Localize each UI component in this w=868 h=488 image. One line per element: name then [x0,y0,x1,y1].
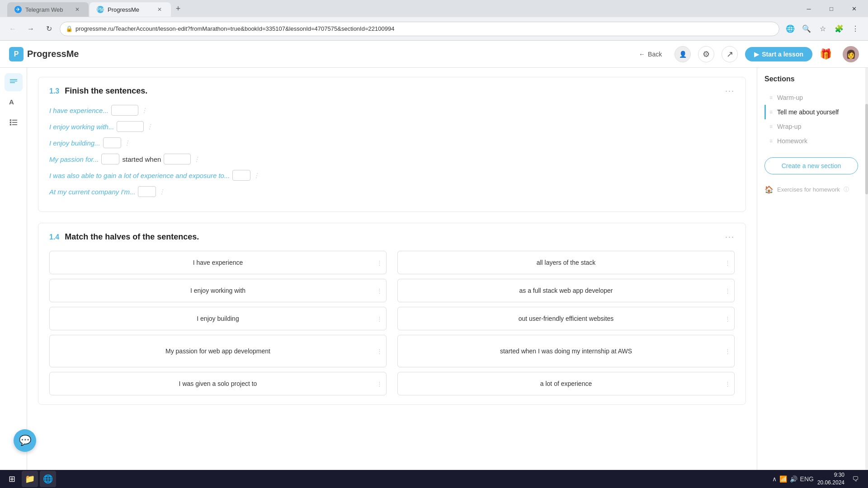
match-left-item-1[interactable]: I have experience ⋮ [49,251,387,274]
taskbar-wifi-icon[interactable]: 📶 [779,475,787,483]
section-item-wrapup[interactable]: ≡ Wrap-up [764,119,858,134]
gift-button[interactable]: 🎁 [820,48,832,60]
bookmark-icon[interactable]: ☆ [816,22,830,36]
fill-box-5[interactable] [232,170,250,181]
sentence-1-text: I have experience... [49,107,108,114]
title-bar: ✈ Telegram Web ✕ PM ProgressMe ✕ + ─ □ ✕ [0,0,868,17]
fill-box-4b[interactable] [164,154,191,164]
taskbar-notifications-button[interactable]: 🗨 [848,472,863,486]
windows-start-button[interactable]: ⊞ [4,471,20,487]
right-scrollbar[interactable] [865,68,868,470]
play-icon: ▶ [754,51,759,58]
taskbar-clock[interactable]: 9:30 20.06.2024 [817,471,844,487]
match-left-text-4: My passion for web app development [57,347,379,355]
tab-telegram-close[interactable]: ✕ [73,5,81,14]
drag-handle-2[interactable]: ⋮ [146,123,153,130]
taskbar-chevron-icon[interactable]: ∧ [772,475,777,483]
svg-rect-6 [9,122,11,123]
sidebar-list-icon[interactable] [5,113,23,131]
match-left-item-5[interactable]: I was given a solo project to ⋮ [49,372,387,395]
fill-box-4a[interactable] [101,154,119,164]
sentence-3: I enjoy building... ⋮ [49,137,735,148]
match-right-item-2[interactable]: as a full stack web app developer ⋮ [397,279,735,302]
right-sidebar: Sections ≡ Warm-up ≡ Tell me about yours… [757,68,865,470]
match-drag-1[interactable]: ⋮ [377,259,382,266]
menu-icon[interactable]: ⋮ [848,22,863,36]
match-right-drag-5[interactable]: ⋮ [725,380,731,387]
zoom-icon[interactable]: 🔍 [799,22,814,36]
match-left-text-5: I was given a solo project to [57,380,379,387]
fill-box-6[interactable] [138,186,156,197]
match-right-text-5: a lot of experience [405,380,727,387]
translate-icon[interactable]: 🌐 [783,22,797,36]
address-bar-row: ← → ↻ 🔒 progressme.ru/TeacherAccount/les… [0,17,868,41]
url-text: progressme.ru/TeacherAccount/lesson-edit… [75,25,774,32]
taskbar-chrome[interactable]: 🌐 [40,471,56,487]
fill-box-2[interactable] [117,121,144,132]
svg-rect-9 [12,124,17,125]
match-right-item-3[interactable]: out user-friendly efficient websites ⋮ [397,307,735,330]
sidebar-text-icon[interactable] [5,73,23,91]
avatar-small-button[interactable]: 👤 [675,46,691,62]
back-button[interactable]: ← Back [633,48,667,61]
match-drag-3[interactable]: ⋮ [377,315,382,322]
tab-progressme-close[interactable]: ✕ [156,5,164,14]
match-right-item-4[interactable]: started when I was doing my internship a… [397,335,735,367]
section-item-tell[interactable]: ≡ Tell me about yourself [764,105,858,119]
match-left-item-3[interactable]: I enjoy building ⋮ [49,307,387,330]
chat-fab-button[interactable]: 💬 [14,429,36,452]
sidebar-format-icon[interactable]: A [5,93,23,111]
user-avatar[interactable]: 👩 [843,46,859,62]
section-item-homework[interactable]: ≡ Homework [764,134,858,148]
section-drag-wrapup: ≡ [769,123,773,130]
homework-row[interactable]: 🏠 Exercises for homework ⓘ [764,182,858,197]
match-right-item-5[interactable]: a lot of experience ⋮ [397,372,735,395]
drag-handle-3[interactable]: ⋮ [124,139,130,146]
forward-nav-button[interactable]: → [24,22,38,36]
create-section-button[interactable]: Create a new section [764,157,858,174]
taskbar-file-explorer[interactable]: 📁 [22,471,38,487]
taskbar-volume-icon[interactable]: 🔊 [790,475,797,483]
main-layout: A 1.3 Finish the sentences. ··· I have [0,68,868,470]
app-header: P ProgressMe ← Back 👤 ⚙ ↗ ▶ Start a less… [0,41,868,68]
tab-telegram[interactable]: ✈ Telegram Web ✕ [7,2,89,17]
match-drag-4[interactable]: ⋮ [377,348,382,355]
exercise-14-num: 1.4 [49,233,59,241]
section-item-warmup[interactable]: ≡ Warm-up [764,90,858,105]
drag-handle-6[interactable]: ⋮ [159,188,165,195]
back-nav-button[interactable]: ← [5,22,20,36]
exercise-13-menu[interactable]: ··· [725,86,735,96]
fill-box-1[interactable] [111,105,138,116]
sections-title: Sections [764,75,858,83]
match-right-item-1[interactable]: all layers of the stack ⋮ [397,251,735,274]
section-label-tell: Tell me about yourself [777,108,839,116]
address-bar[interactable]: 🔒 progressme.ru/TeacherAccount/lesson-ed… [60,22,779,36]
drag-handle-1[interactable]: ⋮ [141,107,147,114]
match-left-text-1: I have experience [57,259,379,266]
match-right-drag-3[interactable]: ⋮ [725,315,731,322]
share-icon-button[interactable]: ↗ [722,46,738,62]
settings-icon-button[interactable]: ⚙ [698,46,714,62]
exercise-13-num: 1.3 [49,87,59,95]
match-drag-2[interactable]: ⋮ [377,287,382,294]
fill-box-3[interactable] [103,137,121,148]
match-left-item-4[interactable]: My passion for web app development ⋮ [49,335,387,367]
homework-label: Exercises for homework [777,186,840,193]
exercise-14-menu[interactable]: ··· [725,232,735,242]
match-right-drag-2[interactable]: ⋮ [725,287,731,294]
sentence-4-text: My passion for... [49,155,99,163]
match-left-item-2[interactable]: I enjoy working with ⋮ [49,279,387,302]
new-tab-button[interactable]: + [172,2,184,15]
drag-handle-4[interactable]: ⋮ [193,155,200,163]
start-lesson-button[interactable]: ▶ Start a lesson [745,47,812,61]
reload-button[interactable]: ↻ [42,22,56,36]
extensions-icon[interactable]: 🧩 [832,22,846,36]
match-right-drag-4[interactable]: ⋮ [725,348,731,355]
drag-handle-5[interactable]: ⋮ [253,172,259,179]
minimize-button[interactable]: ─ [798,1,819,16]
match-right-drag-1[interactable]: ⋮ [725,259,731,266]
close-button[interactable]: ✕ [844,1,864,16]
match-drag-5[interactable]: ⋮ [377,380,382,387]
tab-progressme[interactable]: PM ProgressMe ✕ [90,2,171,17]
maximize-button[interactable]: □ [821,1,842,16]
